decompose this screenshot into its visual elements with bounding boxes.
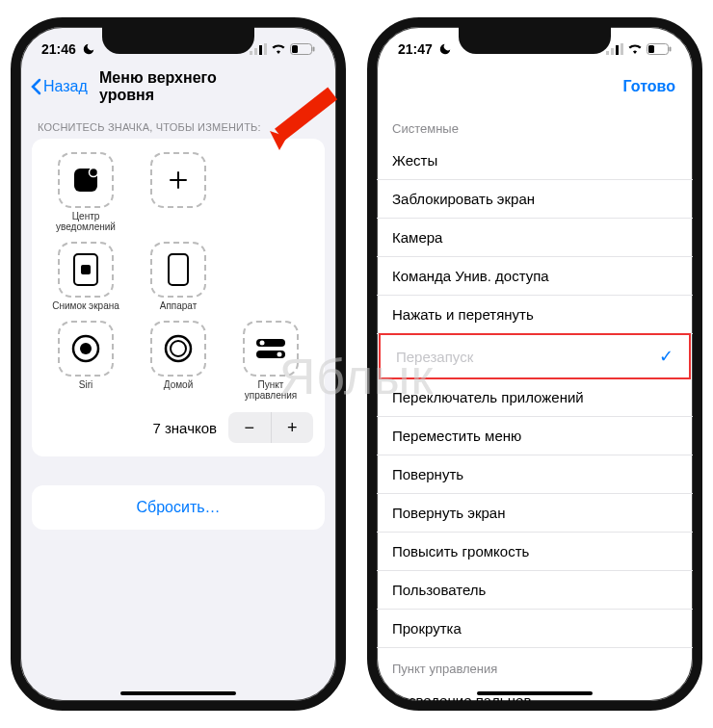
list-item-label: Прокрутка: [392, 620, 462, 637]
options-list[interactable]: Системные Жесты Заблокировать экран Каме…: [377, 108, 693, 711]
svg-rect-7: [313, 47, 315, 52]
list-item-label: Нажать и перетянуть: [392, 306, 534, 323]
nav-bar: Готово: [377, 65, 693, 108]
svg-rect-23: [611, 48, 614, 55]
nav-bar: Назад Меню верхнего уровня: [20, 65, 336, 108]
list-item-label: Камера: [392, 229, 442, 246]
tile-home[interactable]: Домой: [132, 321, 224, 401]
svg-rect-22: [606, 51, 609, 55]
svg-rect-4: [259, 45, 262, 55]
highlight-annotation: Перезапуск ✓: [379, 333, 691, 379]
tile-screenshot[interactable]: Снимок экрана: [40, 242, 132, 311]
wifi-icon: [627, 43, 643, 55]
tile-label: Снимок экрана: [52, 300, 119, 311]
list-item[interactable]: Заблокировать экран: [377, 180, 693, 219]
list-header-system: Системные: [377, 108, 693, 142]
reset-button[interactable]: Сбросить…: [32, 485, 325, 530]
list-item-label: Повысить громкость: [392, 543, 529, 559]
svg-point-19: [260, 341, 265, 346]
tile-device[interactable]: Аппарат: [132, 242, 224, 311]
device-icon: [167, 252, 190, 287]
svg-rect-24: [616, 45, 619, 55]
tile-notification-center[interactable]: Центр уведомлений: [40, 152, 132, 232]
list-item[interactable]: Повернуть: [377, 455, 693, 494]
list-item[interactable]: Команда Унив. доступа: [377, 257, 693, 296]
list-item-label: Переместить меню: [392, 428, 521, 444]
section-header: КОСНИТЕСЬ ЗНАЧКА, ЧТОБЫ ИЗМЕНИТЬ:: [20, 108, 336, 139]
list-header-control-center: Пункт управления: [377, 648, 693, 682]
svg-point-16: [166, 336, 191, 361]
list-item-label: Повернуть экран: [392, 505, 505, 521]
siri-icon: [69, 332, 102, 365]
back-label: Назад: [43, 78, 88, 95]
tile-siri[interactable]: Siri: [40, 321, 132, 401]
list-item-label: Жесты: [392, 152, 437, 169]
svg-rect-25: [621, 43, 623, 55]
list-item[interactable]: Камера: [377, 219, 693, 257]
wifi-icon: [271, 43, 286, 55]
list-item-label: Пользователь: [392, 582, 486, 598]
control-center-icon: [254, 337, 287, 360]
home-indicator: [477, 691, 593, 695]
svg-rect-2: [250, 51, 252, 55]
tile-label: Домой: [164, 379, 193, 390]
home-indicator: [120, 691, 236, 695]
tile-label: Пункт управления: [231, 379, 310, 401]
list-item-label: Команда Унив. доступа: [392, 268, 549, 284]
list-item-restart[interactable]: Перезапуск ✓: [381, 335, 689, 377]
list-item[interactable]: Прокрутка: [377, 610, 693, 648]
list-item[interactable]: Жесты: [377, 142, 693, 180]
dnd-moon-icon: [438, 42, 452, 56]
notification-center-icon: [69, 164, 102, 196]
tile-label: Аппарат: [160, 300, 198, 311]
home-icon: [162, 332, 195, 365]
icon-grid-card: Центр уведомлений Снимок экрана: [32, 139, 325, 456]
list-item[interactable]: Пользователь: [377, 571, 693, 610]
checkmark-icon: ✓: [659, 346, 673, 367]
svg-point-21: [277, 352, 282, 357]
tile-control-center[interactable]: Пункт управления: [224, 321, 317, 401]
svg-rect-12: [81, 265, 91, 274]
svg-rect-13: [169, 254, 188, 285]
notch: [459, 27, 611, 54]
list-item[interactable]: Разведение пальцев: [377, 682, 693, 711]
svg-point-15: [80, 343, 92, 354]
svg-rect-28: [648, 45, 654, 53]
tile-empty: [224, 152, 317, 232]
page-title: Меню верхнего уровня: [99, 69, 257, 104]
battery-icon: [290, 43, 315, 55]
chevron-left-icon: [30, 78, 41, 95]
stepper-minus[interactable]: −: [228, 412, 272, 443]
tile-label: Siri: [79, 379, 92, 390]
dnd-moon-icon: [82, 42, 95, 56]
tile-add[interactable]: [132, 152, 224, 232]
list-item-label: Переключатель приложений: [392, 389, 584, 405]
tile-label: Центр уведомлений: [46, 211, 125, 232]
list-item[interactable]: Повернуть экран: [377, 494, 693, 533]
tile-empty: [224, 242, 317, 311]
plus-icon: [169, 170, 188, 190]
stepper-plus[interactable]: +: [272, 412, 314, 443]
svg-point-17: [171, 341, 186, 356]
time: 21:47: [398, 41, 433, 57]
time: 21:46: [41, 41, 76, 57]
notch: [102, 27, 254, 54]
svg-point-10: [90, 169, 98, 177]
svg-rect-3: [254, 48, 257, 55]
svg-rect-5: [264, 43, 267, 55]
done-button[interactable]: Готово: [623, 78, 683, 95]
list-item-label: Повернуть: [392, 466, 463, 482]
list-item-label: Заблокировать экран: [392, 191, 535, 207]
icon-count-label: 7 значков: [152, 420, 217, 436]
phone-right: 21:47 Готово Системные Жесты Заблокирова…: [367, 17, 702, 711]
back-button[interactable]: Назад: [30, 78, 88, 95]
icon-count-stepper[interactable]: − +: [228, 412, 313, 443]
phone-left: 21:46 Назад Меню верхнего уровня КОСНИТЕ…: [11, 17, 346, 711]
list-item[interactable]: Переместить меню: [377, 417, 693, 455]
list-item[interactable]: Повысить громкость: [377, 533, 693, 571]
screenshot-icon: [72, 252, 99, 287]
list-item[interactable]: Переключатель приложений: [377, 378, 693, 417]
svg-rect-27: [670, 47, 672, 52]
svg-rect-8: [292, 45, 298, 53]
list-item[interactable]: Нажать и перетянуть: [377, 296, 693, 334]
